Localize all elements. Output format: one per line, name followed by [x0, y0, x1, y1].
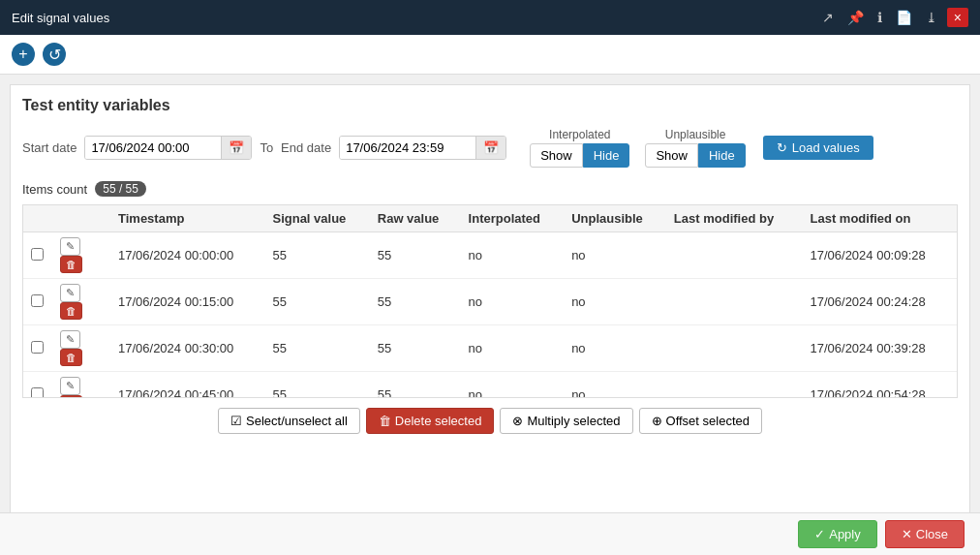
delete-selected-button[interactable]: 🗑 Delete selected — [366, 408, 495, 434]
end-date-calendar-button[interactable]: 📅 — [475, 137, 505, 159]
to-label: To — [260, 140, 273, 155]
interpolated-toggle: Show Hide — [530, 143, 629, 168]
load-values-button[interactable]: ↻ Load values — [763, 136, 873, 160]
dialog-title: Edit signal values — [12, 11, 109, 25]
apply-button[interactable]: ✓ Apply — [798, 520, 877, 548]
delete-row-button[interactable]: 🗑 — [60, 302, 82, 320]
row-signal-value: 55 — [264, 232, 369, 279]
row-raw-value: 55 — [370, 372, 461, 399]
row-timestamp: 17/06/2024 00:30:00 — [110, 325, 264, 372]
row-signal-value: 55 — [264, 372, 369, 399]
row-raw-value: 55 — [370, 325, 461, 372]
delete-selected-label: Delete selected — [395, 414, 482, 428]
col-last-modified-by: Last modified by — [666, 205, 803, 232]
end-date-input-wrap: 📅 — [339, 136, 506, 160]
row-interpolated: no — [461, 232, 565, 279]
row-interpolated: no — [461, 372, 565, 399]
bottom-actions: ☑ Select/unselect all 🗑 Delete selected … — [22, 408, 958, 434]
col-timestamp: Timestamp — [110, 205, 264, 232]
items-count-row: Items count 55 / 55 — [22, 181, 958, 197]
table-row: ✎ 🗑 17/06/2024 00:30:00 55 55 no no 17/0… — [23, 325, 957, 372]
table-container[interactable]: Timestamp Signal value Raw value Interpo… — [22, 204, 958, 398]
select-unselect-all-label: Select/unselect all — [246, 414, 348, 428]
row-checkbox-cell — [23, 279, 52, 325]
start-date-input-wrap: 📅 — [84, 136, 252, 160]
info-icon[interactable]: ℹ — [873, 8, 886, 27]
delete-row-button[interactable]: 🗑 — [60, 395, 82, 398]
row-unplausible: no — [564, 325, 666, 372]
interpolated-hide-button[interactable]: Hide — [583, 143, 630, 168]
col-raw-value: Raw value — [370, 205, 461, 232]
start-date-label: Start date — [22, 140, 77, 155]
row-checkbox[interactable] — [31, 248, 44, 261]
table-row: ✎ 🗑 17/06/2024 00:00:00 55 55 no no 17/0… — [23, 232, 957, 279]
close-button[interactable]: × — [947, 8, 968, 27]
row-interpolated: no — [461, 325, 565, 372]
apply-label: Apply — [829, 527, 861, 541]
date-filter-row: Start date 📅 To End date 📅 Interpolated … — [22, 128, 958, 168]
unplausible-toggle: Show Hide — [645, 143, 745, 168]
offset-icon: ⊕ — [652, 414, 662, 428]
close-footer-label: Close — [916, 527, 948, 541]
row-last-modified-by — [666, 325, 803, 372]
title-bar: Edit signal values ↗ 📌 ℹ 📄 ⤓ × — [0, 0, 980, 35]
row-raw-value: 55 — [370, 232, 461, 279]
row-last-modified-by — [666, 372, 803, 399]
row-timestamp: 17/06/2024 00:15:00 — [110, 279, 264, 325]
row-checkbox[interactable] — [31, 341, 44, 354]
row-checkbox[interactable] — [31, 387, 44, 399]
unplausible-label: Unplausible — [665, 128, 726, 141]
delete-row-button[interactable]: 🗑 — [60, 256, 82, 273]
start-date-calendar-button[interactable]: 📅 — [221, 137, 251, 159]
edit-row-button[interactable]: ✎ — [60, 330, 80, 349]
edit-row-button[interactable]: ✎ — [60, 237, 80, 256]
row-unplausible: no — [564, 232, 666, 279]
export-icon[interactable]: ↗ — [818, 8, 838, 27]
footer: ✓ Apply ✕ Close — [0, 512, 980, 555]
col-interpolated: Interpolated — [461, 205, 565, 232]
close-footer-button[interactable]: ✕ Close — [885, 520, 965, 548]
delete-row-button[interactable]: 🗑 — [60, 349, 82, 366]
table-header-row: Timestamp Signal value Raw value Interpo… — [23, 205, 957, 232]
edit-row-button[interactable]: ✎ — [60, 284, 80, 302]
select-unselect-all-button[interactable]: ☑ Select/unselect all — [218, 408, 360, 434]
row-last-modified-on: 17/06/2024 00:09:28 — [802, 232, 957, 279]
row-signal-value: 55 — [264, 279, 369, 325]
refresh-icon: ↺ — [48, 46, 61, 64]
row-checkbox-cell — [23, 325, 52, 372]
load-values-label: Load values — [792, 140, 860, 155]
interpolated-label: Interpolated — [549, 128, 610, 141]
unplausible-hide-button[interactable]: Hide — [698, 143, 746, 168]
row-interpolated: no — [461, 279, 565, 325]
edit-row-button[interactable]: ✎ — [60, 377, 80, 395]
add-button[interactable]: + — [12, 43, 35, 66]
row-checkbox[interactable] — [31, 294, 44, 307]
row-unplausible: no — [564, 279, 666, 325]
row-unplausible: no — [564, 372, 666, 399]
row-actions-cell: ✎ 🗑 — [52, 232, 110, 279]
interpolated-show-button[interactable]: Show — [530, 143, 583, 168]
row-last-modified-on: 17/06/2024 00:39:28 — [802, 325, 957, 372]
arrow-icon[interactable]: ⤓ — [922, 8, 941, 27]
close-x-icon: ✕ — [902, 527, 912, 541]
pin-icon[interactable]: 📌 — [843, 8, 868, 27]
row-actions-cell: ✎ 🗑 — [52, 279, 110, 325]
multiply-selected-button[interactable]: ⊗ Multiply selected — [500, 408, 632, 434]
start-date-input[interactable] — [85, 137, 221, 159]
offset-selected-button[interactable]: ⊕ Offset selected — [639, 408, 762, 434]
col-signal-value: Signal value — [264, 205, 369, 232]
col-actions — [52, 205, 110, 232]
refresh-button[interactable]: ↺ — [43, 43, 66, 66]
row-timestamp: 17/06/2024 00:45:00 — [110, 372, 264, 399]
end-date-input[interactable] — [340, 137, 475, 159]
entity-title: Test entity variables — [22, 97, 958, 114]
row-checkbox-cell — [23, 232, 52, 279]
document-icon[interactable]: 📄 — [892, 8, 916, 27]
offset-selected-label: Offset selected — [666, 414, 750, 428]
unplausible-show-button[interactable]: Show — [645, 143, 698, 168]
table-row: ✎ 🗑 17/06/2024 00:15:00 55 55 no no 17/0… — [23, 279, 957, 325]
row-last-modified-by — [666, 279, 803, 325]
main-content: Test entity variables Start date 📅 To En… — [10, 84, 970, 542]
table-row: ✎ 🗑 17/06/2024 00:45:00 55 55 no no 17/0… — [23, 372, 957, 399]
row-timestamp: 17/06/2024 00:00:00 — [110, 232, 264, 279]
